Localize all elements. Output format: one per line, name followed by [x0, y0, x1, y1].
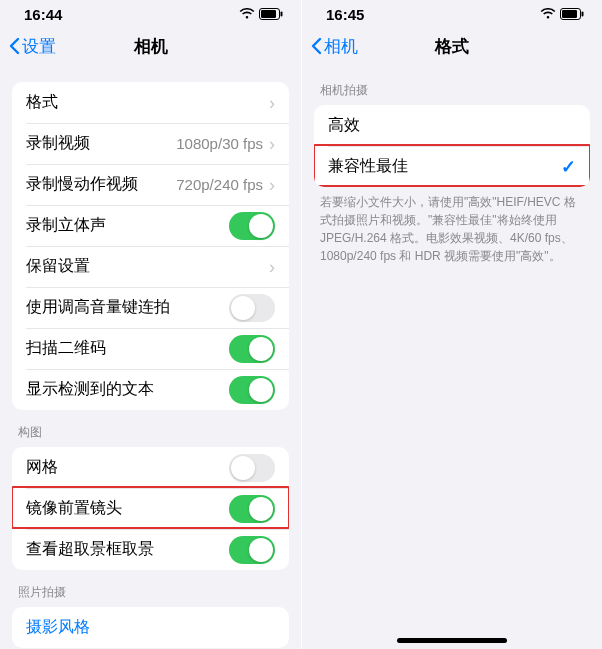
row-volume-burst: 使用调高音量键连拍: [12, 287, 289, 328]
chevron-left-icon: [8, 37, 20, 55]
row-slomo[interactable]: 录制慢动作视频 720p/240 fps ›: [12, 164, 289, 205]
phone-right-format-settings: 16:45 相机 格式 相机拍摄 高效 兼容性最佳 ✓ 若要缩小文件大小，请使用…: [301, 0, 602, 649]
check-icon: ✓: [561, 156, 576, 178]
row-label: 查看超取景框取景: [26, 539, 154, 560]
row-label: 镜像前置镜头: [26, 498, 122, 519]
chevron-right-icon: ›: [269, 94, 275, 112]
header-photo-capture: 照片拍摄: [12, 570, 289, 607]
row-qr: 扫描二维码: [12, 328, 289, 369]
battery-icon: [560, 8, 584, 20]
svg-rect-5: [582, 12, 584, 17]
row-view-outside-frame: 查看超取景框取景: [12, 529, 289, 570]
status-icons: [239, 8, 283, 20]
row-label: 兼容性最佳: [328, 156, 408, 177]
toggle-mirror-front[interactable]: [229, 495, 275, 523]
row-detail: 720p/240 fps: [176, 176, 263, 193]
back-button[interactable]: 相机: [310, 35, 358, 58]
battery-icon: [259, 8, 283, 20]
wifi-icon: [239, 8, 255, 20]
chevron-right-icon: ›: [269, 176, 275, 194]
chevron-right-icon: ›: [269, 258, 275, 276]
header-composition: 构图: [12, 410, 289, 447]
group-formats: 高效 兼容性最佳 ✓: [314, 105, 590, 187]
row-label: 保留设置: [26, 256, 90, 277]
toggle-detect-text[interactable]: [229, 376, 275, 404]
toggle-qr[interactable]: [229, 335, 275, 363]
group-composition: 网格 镜像前置镜头 查看超取景框取景: [12, 447, 289, 570]
row-label: 网格: [26, 457, 58, 478]
chevron-left-icon: [310, 37, 322, 55]
svg-rect-1: [261, 10, 276, 18]
group-capture: 格式 › 录制视频 1080p/30 fps › 录制慢动作视频 720p/24…: [12, 82, 289, 410]
back-button[interactable]: 设置: [8, 35, 56, 58]
row-detect-text: 显示检测到的文本: [12, 369, 289, 410]
row-label: 格式: [26, 92, 58, 113]
row-label: 录制慢动作视频: [26, 174, 138, 195]
toggle-stereo[interactable]: [229, 212, 275, 240]
chevron-right-icon: ›: [269, 135, 275, 153]
svg-rect-2: [281, 12, 283, 17]
row-photographic-styles[interactable]: 摄影风格: [12, 607, 289, 648]
nav-bar: 设置 相机: [0, 28, 301, 64]
group-photo-capture: 摄影风格: [12, 607, 289, 648]
status-icons: [540, 8, 584, 20]
row-most-compatible[interactable]: 兼容性最佳 ✓: [314, 146, 590, 187]
row-label: 摄影风格: [26, 617, 90, 638]
phone-left-camera-settings: 16:44 设置 相机 格式 › 录制视频 1080p/30 fps › 录制慢…: [0, 0, 301, 649]
row-high-efficiency[interactable]: 高效: [314, 105, 590, 146]
back-label: 设置: [22, 35, 56, 58]
row-format[interactable]: 格式 ›: [12, 82, 289, 123]
toggle-grid[interactable]: [229, 454, 275, 482]
wifi-icon: [540, 8, 556, 20]
row-grid: 网格: [12, 447, 289, 488]
row-label: 高效: [328, 115, 360, 136]
row-detail: 1080p/30 fps: [176, 135, 263, 152]
row-stereo: 录制立体声: [12, 205, 289, 246]
settings-content: 相机拍摄 高效 兼容性最佳 ✓ 若要缩小文件大小，请使用"高效"HEIF/HEV…: [302, 64, 602, 649]
settings-content: 格式 › 录制视频 1080p/30 fps › 录制慢动作视频 720p/24…: [0, 64, 301, 649]
status-bar: 16:44: [0, 0, 301, 28]
home-indicator[interactable]: [397, 638, 507, 643]
row-preserve[interactable]: 保留设置 ›: [12, 246, 289, 287]
row-video[interactable]: 录制视频 1080p/30 fps ›: [12, 123, 289, 164]
row-label: 扫描二维码: [26, 338, 106, 359]
status-bar: 16:45: [302, 0, 602, 28]
nav-bar: 相机 格式: [302, 28, 602, 64]
row-label: 使用调高音量键连拍: [26, 297, 170, 318]
row-label: 显示检测到的文本: [26, 379, 154, 400]
status-time: 16:45: [326, 6, 364, 23]
toggle-view-outside-frame[interactable]: [229, 536, 275, 564]
row-label: 录制立体声: [26, 215, 106, 236]
footer-formats: 若要缩小文件大小，请使用"高效"HEIF/HEVC 格式拍摄照片和视频。"兼容性…: [314, 187, 590, 265]
row-label: 录制视频: [26, 133, 90, 154]
toggle-volume-burst[interactable]: [229, 294, 275, 322]
svg-rect-4: [562, 10, 577, 18]
status-time: 16:44: [24, 6, 62, 23]
header-camera-capture: 相机拍摄: [314, 64, 590, 105]
row-mirror-front: 镜像前置镜头: [12, 488, 289, 529]
back-label: 相机: [324, 35, 358, 58]
